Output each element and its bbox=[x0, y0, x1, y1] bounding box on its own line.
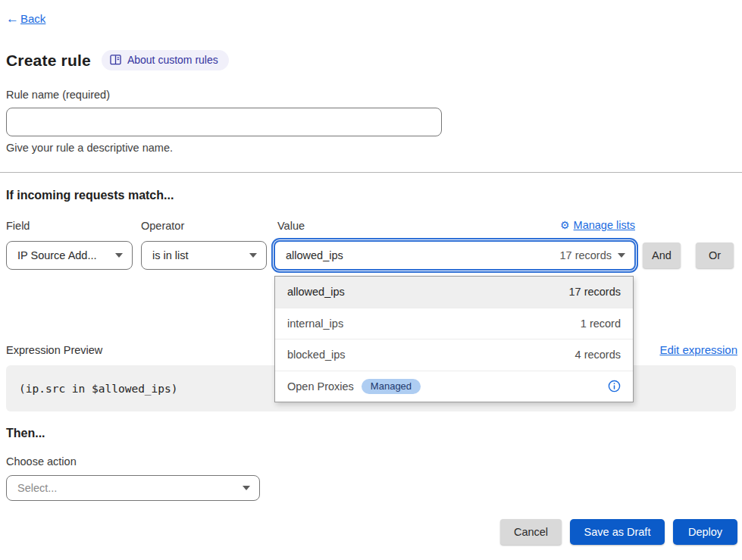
list-item-allowed-ips[interactable]: allowed_ips 17 records bbox=[275, 277, 633, 308]
operator-select-value: is in list bbox=[152, 249, 243, 261]
list-item-name: blocked_ips bbox=[287, 349, 346, 361]
back-link-label: Back bbox=[20, 12, 45, 25]
rule-name-label: Rule name (required) bbox=[6, 89, 110, 101]
create-rule-page: ← Back Create rule About custom rules Ru… bbox=[0, 0, 742, 560]
list-item-records: 17 records bbox=[568, 286, 621, 298]
action-select-placeholder: Select... bbox=[17, 482, 236, 494]
section-divider bbox=[0, 172, 742, 173]
cancel-button[interactable]: Cancel bbox=[500, 519, 562, 545]
info-icon[interactable] bbox=[608, 380, 621, 393]
rule-name-helper: Give your rule a descriptive name. bbox=[6, 142, 173, 154]
field-select[interactable]: IP Source Add... bbox=[6, 241, 133, 270]
then-section-heading: Then... bbox=[6, 427, 45, 440]
operator-select[interactable]: is in list bbox=[141, 241, 267, 270]
list-item-internal-ips[interactable]: internal_ips 1 record bbox=[275, 308, 633, 340]
value-combobox-records: 17 records bbox=[559, 249, 612, 261]
or-button[interactable]: Or bbox=[696, 242, 734, 268]
back-arrow-icon: ← bbox=[6, 12, 19, 25]
about-custom-rules-link[interactable]: About custom rules bbox=[102, 50, 229, 70]
expression-preview-label: Expression Preview bbox=[6, 344, 102, 356]
title-row: Create rule About custom rules bbox=[6, 50, 229, 70]
field-select-value: IP Source Add... bbox=[17, 249, 109, 261]
choose-action-label: Choose action bbox=[6, 455, 77, 468]
page-title: Create rule bbox=[6, 52, 91, 70]
value-column-label: Value bbox=[277, 220, 305, 232]
list-item-open-proxies[interactable]: Open Proxies Managed bbox=[275, 371, 633, 402]
list-item-name: Open Proxies bbox=[287, 380, 354, 393]
expression-code: (ip.src in $allowed_ips) bbox=[19, 383, 178, 395]
value-combobox-value: allowed_ips bbox=[286, 249, 343, 261]
match-section-heading: If incoming requests match... bbox=[6, 189, 174, 202]
list-item-name: internal_ips bbox=[287, 318, 343, 330]
and-button[interactable]: And bbox=[643, 242, 681, 268]
managed-badge: Managed bbox=[362, 379, 421, 394]
value-combobox[interactable]: allowed_ips 17 records bbox=[274, 240, 636, 271]
chevron-down-icon bbox=[249, 253, 257, 258]
lists-dropdown-panel: allowed_ips 17 records internal_ips 1 re… bbox=[274, 276, 634, 402]
chevron-down-icon bbox=[618, 253, 625, 258]
list-item-name: allowed_ips bbox=[287, 286, 345, 298]
manage-lists-label: Manage lists bbox=[574, 219, 635, 231]
list-item-blocked-ips[interactable]: blocked_ips 4 records bbox=[275, 339, 633, 371]
gear-icon: ⚙ bbox=[560, 220, 570, 230]
operator-column-label: Operator bbox=[141, 220, 184, 232]
deploy-button[interactable]: Deploy bbox=[673, 519, 737, 545]
list-item-records: 4 records bbox=[575, 349, 621, 361]
chevron-down-icon bbox=[115, 253, 123, 258]
field-column-label: Field bbox=[6, 220, 30, 232]
save-as-draft-button[interactable]: Save as Draft bbox=[570, 519, 665, 545]
book-icon bbox=[110, 55, 121, 65]
rule-name-input[interactable] bbox=[6, 108, 442, 136]
about-custom-rules-label: About custom rules bbox=[127, 54, 218, 66]
edit-expression-link[interactable]: Edit expression bbox=[659, 343, 737, 356]
chevron-down-icon bbox=[243, 486, 250, 490]
action-select[interactable]: Select... bbox=[6, 475, 260, 501]
manage-lists-link[interactable]: ⚙ Manage lists bbox=[560, 219, 635, 231]
back-link[interactable]: ← Back bbox=[6, 12, 45, 25]
list-item-records: 1 record bbox=[581, 318, 621, 330]
